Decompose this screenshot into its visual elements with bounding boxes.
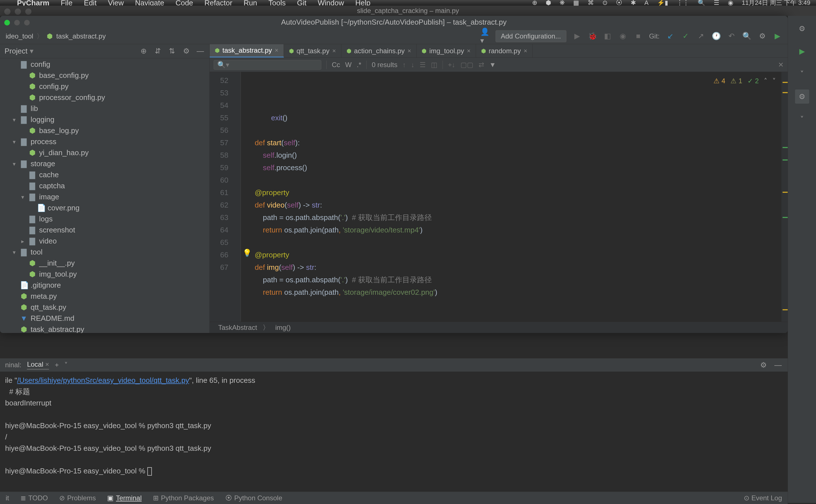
stop-button[interactable]: ■ xyxy=(634,32,643,41)
project-view-label[interactable]: Project xyxy=(5,47,27,55)
project-tree[interactable]: ▇config⬢base_config.py⬢config.py⬢process… xyxy=(0,58,209,333)
prev-match-icon[interactable]: ↑ xyxy=(402,61,406,69)
gear-icon[interactable]: ⚙ xyxy=(182,47,191,56)
close-tab-icon[interactable]: × xyxy=(332,47,336,55)
toggle-icon[interactable]: ⇄ xyxy=(479,61,484,69)
git-push-icon[interactable]: ↗ xyxy=(696,32,706,41)
intention-bulb-icon[interactable]: 💡 xyxy=(242,249,251,257)
chevron-down-icon[interactable]: ˅ xyxy=(795,67,809,81)
next-match-icon[interactable]: ↓ xyxy=(411,61,415,69)
breadcrumbs[interactable]: ideo_tool 〉 ⬢ task_abstract.py xyxy=(6,32,106,41)
tree-item[interactable]: ▾▇storage xyxy=(0,158,209,169)
error-indicator[interactable]: ⚠ 4 xyxy=(713,75,725,87)
close-tab-icon[interactable]: × xyxy=(524,47,527,55)
tree-item[interactable]: ▇captcha xyxy=(0,180,209,191)
collapse-all-icon[interactable]: ⇅ xyxy=(167,47,176,56)
run-anything-icon[interactable]: ▶ xyxy=(773,32,782,41)
tree-item[interactable]: ▾▇tool xyxy=(0,247,209,258)
editor-tab[interactable]: ⬢task_abstract.py× xyxy=(210,44,284,57)
editor-tab[interactable]: ⬢action_chains.py× xyxy=(341,44,417,57)
gear-icon[interactable]: ⚙ xyxy=(795,89,809,104)
select-all-icon[interactable]: ☰ xyxy=(420,61,426,69)
select-occurrences-icon[interactable]: ▢▢ xyxy=(461,61,474,69)
tree-item[interactable]: ▇logs xyxy=(0,213,209,225)
git-commit-icon[interactable]: ✓ xyxy=(681,32,690,41)
close-tab-icon[interactable]: × xyxy=(407,47,411,55)
tree-item[interactable]: ▼README.md xyxy=(0,313,209,324)
tree-item[interactable]: ▾▇image xyxy=(0,191,209,202)
terminal-dropdown-icon[interactable]: ˅ xyxy=(64,361,68,369)
terminal-tab[interactable]: Local × xyxy=(27,360,49,370)
locate-icon[interactable]: ⊕ xyxy=(139,47,148,56)
breadcrumb-item[interactable]: ideo_tool xyxy=(6,32,33,40)
new-window-icon[interactable]: ◫ xyxy=(431,61,438,69)
tool-window-button[interactable]: it xyxy=(6,494,9,502)
user-icon[interactable]: 👤▾ xyxy=(480,32,489,41)
git-rollback-icon[interactable]: ↶ xyxy=(727,32,736,41)
terminal-output[interactable]: ile "/Users/lishiye/pythonSrc/easy_video… xyxy=(0,372,788,488)
editor-tab[interactable]: ⬢img_tool.py× xyxy=(417,44,476,57)
search-everywhere-icon[interactable]: 🔍 xyxy=(742,32,751,41)
tree-item[interactable]: ⬢img_tool.py xyxy=(0,269,209,280)
find-input[interactable]: 🔍▾ xyxy=(214,60,321,70)
tree-item[interactable]: ▇screenshot xyxy=(0,225,209,236)
git-history-icon[interactable]: 🕐 xyxy=(712,32,721,41)
warning-indicator[interactable]: ⚠ 1 xyxy=(730,75,742,87)
expand-all-icon[interactable]: ⇵ xyxy=(153,47,162,56)
zoom-button[interactable] xyxy=(24,20,30,25)
words-icon[interactable]: W xyxy=(345,61,351,69)
hide-terminal-icon[interactable]: — xyxy=(774,360,783,370)
editor-tabs[interactable]: ⬢task_abstract.py×⬢qtt_task.py×⬢action_c… xyxy=(210,44,788,58)
tree-item[interactable]: ⬢base_config.py xyxy=(0,70,209,81)
tool-window-button[interactable]: ⊘Problems xyxy=(59,494,96,502)
close-find-icon[interactable]: ✕ xyxy=(778,61,784,69)
tool-window-button[interactable]: ≣TODO xyxy=(20,494,48,502)
settings-icon[interactable]: ⚙ xyxy=(795,22,809,36)
tool-window-button[interactable]: ⊞Python Packages xyxy=(153,494,214,502)
prev-highlight-icon[interactable]: ˄ xyxy=(764,75,767,87)
terminal-settings-icon[interactable]: ⚙ xyxy=(759,360,768,370)
tree-item[interactable]: ▇cache xyxy=(0,169,209,180)
tree-item[interactable]: ▇lib xyxy=(0,103,209,114)
editor-tab[interactable]: ⬢qtt_task.py× xyxy=(284,44,341,57)
regex-icon[interactable]: .* xyxy=(357,61,361,69)
close-tab-icon[interactable]: × xyxy=(275,47,278,54)
tree-item[interactable]: ▸▇video xyxy=(0,236,209,247)
profile-button[interactable]: ◉ xyxy=(619,32,628,41)
tree-item[interactable]: 📄cover.png xyxy=(0,202,209,213)
fold-column[interactable] xyxy=(232,72,241,322)
close-button[interactable] xyxy=(4,20,10,25)
tree-item[interactable]: ⬢__init__.py xyxy=(0,258,209,269)
bg-minimize-button[interactable] xyxy=(15,8,21,15)
tree-item[interactable]: ⬢config.py xyxy=(0,81,209,92)
close-tab-icon[interactable]: × xyxy=(45,360,49,368)
tree-item[interactable]: ⬢yi_dian_hao.py xyxy=(0,147,209,158)
inspection-widget[interactable]: ⚠ 4 ⚠ 1 ✓ 2 ˄ ˅ xyxy=(713,75,776,87)
coverage-button[interactable]: ◧ xyxy=(603,32,612,41)
event-log-button[interactable]: ⊙ Event Log xyxy=(744,494,782,502)
tree-item[interactable]: 📄.gitignore xyxy=(0,280,209,291)
tree-item[interactable]: ⬢task_abstract.py xyxy=(0,324,209,333)
add-configuration-button[interactable]: Add Configuration... xyxy=(496,30,566,42)
tree-item[interactable]: ▾▇process xyxy=(0,136,209,147)
bg-close-button[interactable] xyxy=(4,8,10,15)
typo-indicator[interactable]: ✓ 2 xyxy=(747,75,759,87)
add-selection-icon[interactable]: +↓ xyxy=(448,61,455,69)
filter-icon[interactable]: ▼ xyxy=(489,61,496,69)
tree-item[interactable]: ▾▇logging xyxy=(0,114,209,125)
close-tab-icon[interactable]: × xyxy=(467,47,471,55)
tree-item[interactable]: ⬢qtt_task.py xyxy=(0,302,209,313)
breadcrumb-item[interactable]: task_abstract.py xyxy=(56,32,106,40)
editor-breadcrumbs[interactable]: TaskAbstract 〉 img() xyxy=(210,322,788,333)
tree-item[interactable]: ▇config xyxy=(0,59,209,70)
editor-tab[interactable]: ⬢random.py× xyxy=(476,44,533,57)
run-button[interactable]: ▶ xyxy=(573,32,582,41)
minimize-button[interactable] xyxy=(14,20,20,25)
breadcrumb-method[interactable]: img() xyxy=(275,324,291,332)
tree-item[interactable]: ⬢processor_config.py xyxy=(0,92,209,103)
ide-settings-icon[interactable]: ⚙ xyxy=(758,32,767,41)
code-editor[interactable]: 52535455565758596061626364656667 ⚠ 4 ⚠ 1… xyxy=(210,72,788,322)
tree-item[interactable]: ⬢meta.py xyxy=(0,291,209,302)
code-content[interactable]: ⚠ 4 ⚠ 1 ✓ 2 ˄ ˅ exit() def start(self): … xyxy=(241,72,781,322)
debug-button[interactable]: 🐞 xyxy=(588,32,597,41)
